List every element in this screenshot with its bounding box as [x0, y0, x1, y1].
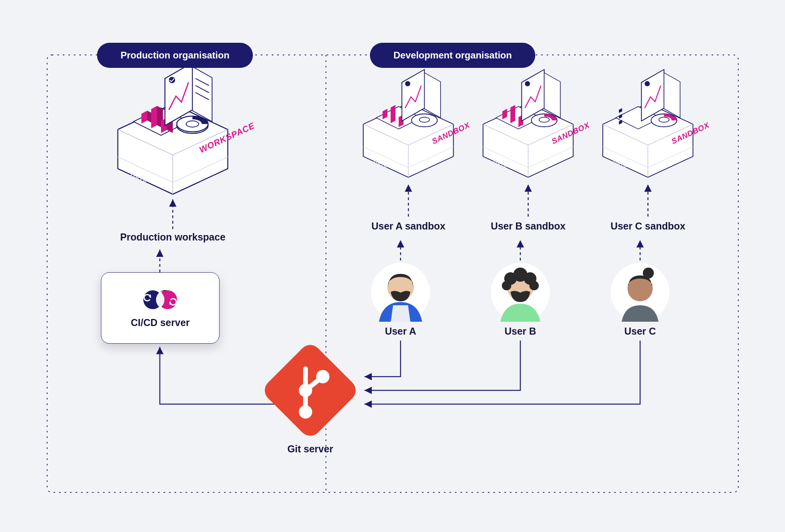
- cicd-server-label: CI/CD server: [131, 317, 190, 328]
- cicd-icon: [139, 288, 182, 312]
- git-server-label: Git server: [287, 443, 333, 455]
- sandbox-a-box-icon: SANDBOX DATA: [363, 69, 472, 177]
- production-workspace-label: Production workspace: [120, 231, 225, 243]
- svg-point-52: [502, 281, 511, 290]
- svg-point-24: [419, 117, 430, 122]
- diagram-canvas: WORKSPACE DATA: [0, 0, 785, 532]
- sandbox-b-box-icon: SANDBOX DATA: [483, 69, 591, 177]
- workspace-box-icon: WORKSPACE DATA: [118, 63, 256, 194]
- development-org-pill: Development organisation: [370, 43, 535, 68]
- svg-point-25: [405, 81, 410, 86]
- user-a-label: User A: [385, 326, 416, 337]
- arrow-git-to-cicd: [160, 347, 275, 404]
- sandbox-c-box-icon: SANDBOX DATA: [603, 69, 711, 177]
- cicd-server-card: CI/CD server: [101, 272, 220, 344]
- svg-point-53: [529, 281, 539, 290]
- svg-point-44: [645, 81, 650, 86]
- svg-point-43: [659, 117, 669, 122]
- arrow-user-a-to-git: [364, 341, 401, 377]
- user-c-avatar-icon: [611, 263, 670, 322]
- svg-point-17: [318, 372, 327, 381]
- svg-point-7: [186, 121, 199, 127]
- svg-point-32: [539, 117, 549, 122]
- svg-point-56: [643, 268, 654, 279]
- user-a-avatar-icon: [371, 263, 430, 322]
- user-b-avatar-icon: [491, 263, 550, 322]
- arrow-user-b-to-git: [364, 341, 520, 390]
- sandbox-c-label: User C sandbox: [611, 220, 685, 232]
- user-b-label: User B: [505, 326, 536, 337]
- arrow-user-c-to-git: [364, 341, 640, 404]
- production-org-pill: Production organisation: [97, 43, 253, 68]
- svg-point-15: [301, 386, 310, 395]
- svg-rect-39: [619, 108, 622, 113]
- user-c-label: User C: [624, 326, 656, 337]
- svg-point-16: [301, 408, 310, 416]
- svg-point-33: [525, 81, 530, 86]
- svg-layer: WORKSPACE DATA: [0, 0, 785, 532]
- git-icon: [260, 341, 360, 441]
- sandbox-a-label: User A sandbox: [371, 220, 445, 232]
- sandbox-b-label: User B sandbox: [491, 220, 565, 232]
